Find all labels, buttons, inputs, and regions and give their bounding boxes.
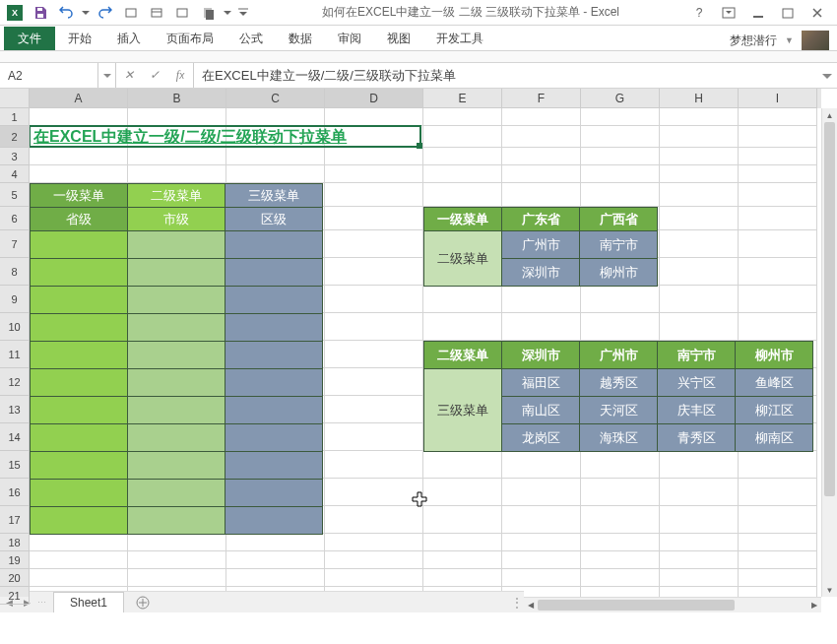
excel-icon[interactable]: X [4,2,26,24]
vertical-scroll-thumb[interactable] [824,122,835,496]
left-h2-2[interactable]: 市级 [128,208,225,231]
undo-dropdown[interactable] [81,2,91,24]
quick-access-toolbar: X [0,2,254,24]
cells-grid[interactable]: 在EXCEL中建立一级/二级/三级联动下拉菜单 一级菜单 二级菜单 三级菜单 省… [30,108,821,597]
row-header-14[interactable]: 14 [0,423,30,451]
col-header-I[interactable]: I [739,89,817,108]
row-header-15[interactable]: 15 [0,451,30,479]
scroll-down-button[interactable]: ▼ [822,583,837,597]
cancel-formula-button[interactable]: ✕ [116,68,142,83]
col-header-D[interactable]: D [325,89,423,108]
col-header-E[interactable]: E [423,89,502,108]
title-cell[interactable]: 在EXCEL中建立一级/二级/三级联动下拉菜单 [33,127,347,148]
column-headers: ABCDEFGHI [30,89,821,108]
row-header-9[interactable]: 9 [0,286,30,313]
left-h2-3[interactable]: 区级 [225,208,323,231]
row-header-16[interactable]: 16 [0,479,30,506]
ribbon-tabs: 文件 开始 插入 页面布局 公式 数据 审阅 视图 开发工具 梦想潜行 ▼ [0,26,837,51]
col-header-A[interactable]: A [30,89,128,108]
select-all-button[interactable] [0,89,30,108]
row-header-8[interactable]: 8 [0,258,30,286]
row-header-17[interactable]: 17 [0,506,30,534]
ribbon-tab-home[interactable]: 开始 [55,27,104,50]
qat-button-4[interactable] [197,2,219,24]
row-header-4[interactable]: 4 [0,165,30,183]
scroll-right-button[interactable]: ▶ [807,598,821,612]
row-header-5[interactable]: 5 [0,183,30,207]
ribbon-collapsed [0,51,837,63]
col-header-B[interactable]: B [128,89,226,108]
left-h1-1[interactable]: 一级菜单 [31,184,128,208]
row-header-13[interactable]: 13 [0,396,30,423]
formula-expand-button[interactable] [817,63,837,88]
left-h1-2[interactable]: 二级菜单 [128,184,225,208]
svg-rect-3 [152,9,161,17]
formula-input[interactable]: 在EXCEL中建立一级/二级/三级联动下拉菜单 [194,63,817,88]
file-tab[interactable]: 文件 [4,27,55,50]
tab-split-handle[interactable]: ⋮ [514,594,520,612]
qat-button-3[interactable] [171,2,193,24]
title-bar: X 如何在EXCEL中建立一级 二级 三级联动下拉菜单 - Excel ? [0,0,837,26]
row-header-12[interactable]: 12 [0,368,30,396]
row-header-2[interactable]: 2 [0,126,30,148]
scroll-up-button[interactable]: ▲ [822,108,837,122]
ribbon-tab-formulas[interactable]: 公式 [226,27,276,50]
name-box[interactable]: A2 [0,63,98,88]
qat-button-2[interactable] [146,2,167,24]
qat-customize[interactable] [236,2,250,24]
fx-button[interactable]: fx [167,68,193,83]
svg-rect-2 [126,9,136,17]
qat-button-1[interactable] [120,2,142,24]
row-header-11[interactable]: 11 [0,341,30,368]
undo-button[interactable] [55,2,77,24]
row-header-1[interactable]: 1 [0,108,30,126]
ribbon-tab-developer[interactable]: 开发工具 [423,27,496,50]
save-button[interactable] [30,2,51,24]
ribbon-tab-data[interactable]: 数据 [276,27,325,50]
row-header-19[interactable]: 19 [0,551,30,569]
svg-rect-1 [37,14,43,18]
formula-bar: A2 ✕ ✓ fx 在EXCEL中建立一级/二级/三级联动下拉菜单 [0,63,837,89]
ribbon-options-button[interactable] [717,3,740,23]
ribbon-tab-pagelayout[interactable]: 页面布局 [154,27,226,50]
close-button[interactable] [805,3,829,23]
ribbon-tab-review[interactable]: 审阅 [325,27,374,50]
row-header-7[interactable]: 7 [0,230,30,258]
col-header-H[interactable]: H [660,89,739,108]
user-picture[interactable] [802,31,829,50]
row-header-3[interactable]: 3 [0,148,30,165]
scroll-left-button[interactable]: ◀ [524,598,538,612]
row-header-20[interactable]: 20 [0,569,30,587]
minimize-button[interactable] [746,3,770,23]
row-header-21[interactable]: 21 [0,587,30,605]
help-button[interactable]: ? [687,3,711,23]
row-header-6[interactable]: 6 [0,207,30,230]
qat-more[interactable] [223,2,232,24]
row-header-18[interactable]: 18 [0,534,30,551]
row-headers: 123456789101112131415161718192021 [0,108,30,597]
horizontal-scrollbar[interactable]: ◀ ▶ [524,597,821,612]
left-menu-table[interactable]: 一级菜单 二级菜单 三级菜单 省级 市级 区级 [30,183,323,535]
cell-cursor-icon [412,491,427,507]
add-sheet-button[interactable] [132,594,154,612]
maximize-button[interactable] [776,3,800,23]
right-table-2[interactable]: 二级菜单 深圳市 广州市 南宁市 柳州市 三级菜单 福田区 越秀区 兴宁区 鱼峰… [423,341,813,452]
ribbon-tab-view[interactable]: 视图 [374,27,423,50]
col-header-F[interactable]: F [502,89,581,108]
right-table-1[interactable]: 一级菜单 广东省 广西省 二级菜单 广州市 南宁市 深圳市 柳州市 [423,207,658,287]
svg-rect-9 [783,9,793,18]
left-h2-1[interactable]: 省级 [31,208,128,231]
horizontal-scroll-thumb[interactable] [538,600,735,611]
tab-nav-menu[interactable]: ⋯ [35,598,47,608]
enter-formula-button[interactable]: ✓ [142,68,167,83]
vertical-scrollbar[interactable]: ▲ ▼ [821,108,837,597]
user-name[interactable]: 梦想潜行 [730,32,777,49]
left-h1-3[interactable]: 三级菜单 [225,184,323,208]
ribbon-tab-insert[interactable]: 插入 [104,27,154,50]
col-header-C[interactable]: C [226,89,325,108]
sheet-tab-1[interactable]: Sheet1 [53,592,124,612]
redo-button[interactable] [95,2,116,24]
col-header-G[interactable]: G [581,89,660,108]
name-box-dropdown[interactable] [98,63,116,88]
row-header-10[interactable]: 10 [0,313,30,341]
